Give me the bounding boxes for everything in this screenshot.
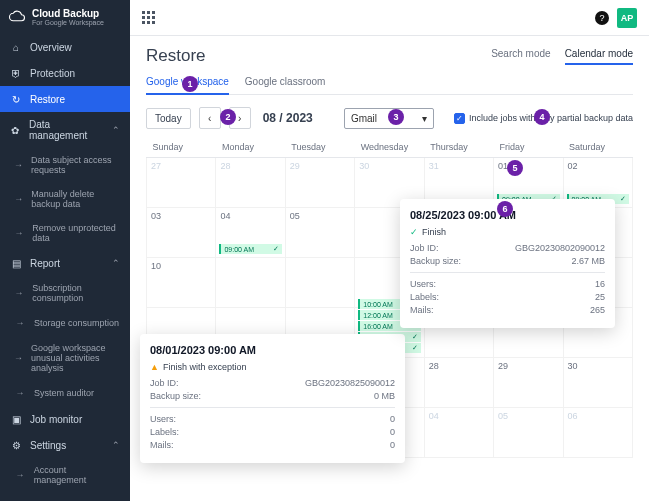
arrow-right-icon: → [14, 159, 23, 171]
annotation-3: 3 [388, 109, 404, 125]
brand-title: Cloud Backup [32, 8, 99, 19]
kv-row: Users:0 [150, 414, 395, 424]
partial-checkbox-label: Include jobs with only partial backup da… [469, 113, 633, 123]
sidebar-subitem[interactable]: →Subscription consumption [0, 276, 130, 310]
calendar-cell[interactable]: 0409:00 AM✓ [216, 208, 285, 258]
calendar-cell[interactable]: 03 [147, 208, 216, 258]
job-popover-left: 08/01/2023 09:00 AM ▲ Finish with except… [140, 334, 405, 463]
sidebar-subitem[interactable]: →Storage consumption [0, 310, 130, 336]
partial-checkbox[interactable]: ✓ [454, 113, 465, 124]
job-chip[interactable]: 09:00 AM✓ [219, 244, 281, 254]
gear-icon: ✿ [10, 124, 21, 136]
popover-status: Finish [422, 227, 446, 237]
sidebar-item-restore[interactable]: ↻Restore [0, 86, 130, 112]
arrow-right-icon: → [14, 287, 24, 299]
sidebar-subitem[interactable]: →System auditor [0, 380, 130, 406]
kv-row: Labels:0 [150, 427, 395, 437]
calendar-cell[interactable]: 27 [147, 158, 216, 208]
calendar-cell[interactable] [285, 258, 354, 308]
sidebar-item-label: Protection [30, 68, 75, 79]
brand-subtitle: For Google Workspace [32, 19, 104, 26]
annotation-4: 4 [534, 109, 550, 125]
home-icon: ⌂ [10, 41, 22, 53]
svg-rect-5 [152, 16, 155, 19]
sidebar-item-label: Settings [30, 440, 66, 451]
calendar-cell[interactable] [216, 258, 285, 308]
sidebar-item-label: Manually delete backup data [31, 189, 120, 209]
apps-icon[interactable] [142, 11, 156, 25]
kv-row: Backup size:2.67 MB [410, 256, 605, 266]
prev-month-button[interactable]: ‹ [199, 107, 221, 129]
sidebar-item-label: Subscription consumption [32, 283, 120, 303]
calendar-cell[interactable]: 04 [424, 408, 493, 458]
popover-status: Finish with exception [163, 362, 247, 372]
sidebar-item-label: Restore [30, 94, 65, 105]
mode-calendar[interactable]: Calendar mode [565, 48, 633, 65]
annotation-1: 1 [182, 76, 198, 92]
mode-search[interactable]: Search mode [491, 48, 550, 65]
day-header: Sunday [147, 137, 216, 158]
calendar-cell[interactable]: 05 [494, 408, 563, 458]
kv-row: Mails:0 [150, 440, 395, 450]
sidebar-subitem[interactable]: →Manually delete backup data [0, 182, 130, 216]
cloud-icon [8, 10, 26, 24]
chevron-up-icon: ⌃ [112, 125, 120, 135]
sidebar-item-protection[interactable]: ⛨Protection [0, 60, 130, 86]
arrow-right-icon: → [14, 227, 24, 239]
calendar-cell[interactable]: 29 [285, 158, 354, 208]
job-popover-right: 08/25/2023 09:00 AM ✓ Finish Job ID:GBG2… [400, 199, 615, 328]
calendar-cell[interactable]: 10 [147, 258, 216, 308]
sidebar-subitem[interactable]: →Google workspace unusual activities ana… [0, 336, 130, 380]
sidebar-item-label: System auditor [34, 388, 94, 398]
calendar-cell[interactable]: 28 [216, 158, 285, 208]
check-icon: ✓ [273, 245, 279, 253]
sidebar-item-job-monitor[interactable]: ▣Job monitor [0, 406, 130, 432]
sidebar-item-label: Data management [29, 119, 104, 141]
check-icon: ✓ [620, 195, 626, 203]
sidebar-item-data-management[interactable]: ✿Data management⌃ [0, 112, 130, 148]
sidebar-subitem[interactable]: →Account management [0, 458, 130, 492]
logo: Cloud Backup For Google Workspace [0, 0, 130, 34]
sidebar-item-settings[interactable]: ⚙Settings⌃ [0, 432, 130, 458]
calendar-cell[interactable]: 06 [563, 408, 632, 458]
avatar[interactable]: AP [617, 8, 637, 28]
chevron-up-icon: ⌃ [112, 258, 120, 268]
main: ? AP Restore Search mode Calendar mode G… [130, 0, 649, 501]
arrow-right-icon: → [14, 387, 26, 399]
content: Restore Search mode Calendar mode Google… [130, 36, 649, 501]
tab-google-classroom[interactable]: Google classroom [245, 70, 326, 94]
sidebar-item-label: Report [30, 258, 60, 269]
arrow-right-icon: → [14, 352, 23, 364]
help-icon[interactable]: ? [595, 11, 609, 25]
sidebar-subitem[interactable]: →Data subject access requests [0, 148, 130, 182]
sidebar-item-label: Overview [30, 42, 72, 53]
svg-rect-4 [147, 16, 150, 19]
kv-row: Job ID:GBG20230825090012 [150, 378, 395, 388]
sidebar-item-label: Account management [34, 465, 120, 485]
arrow-right-icon: → [14, 317, 26, 329]
settings-icon: ⚙ [10, 439, 22, 451]
today-button[interactable]: Today [146, 108, 191, 129]
monitor-icon: ▣ [10, 413, 22, 425]
restore-icon: ↻ [10, 93, 22, 105]
warning-icon: ▲ [150, 362, 159, 372]
sidebar-item-report[interactable]: ▤Report⌃ [0, 250, 130, 276]
annotation-6: 6 [497, 201, 513, 217]
day-header: Monday [216, 137, 285, 158]
sidebar-subitem[interactable]: →Remove unprotected data [0, 216, 130, 250]
sidebar-item-label: Data subject access requests [31, 155, 120, 175]
calendar-cell[interactable]: 30 [563, 358, 632, 408]
calendar-cell[interactable]: 05 [285, 208, 354, 258]
sidebar-subitem[interactable]: →General [0, 492, 130, 501]
sidebar-item-overview[interactable]: ⌂Overview [0, 34, 130, 60]
day-header: Friday [494, 137, 563, 158]
kv-row: Labels:25 [410, 292, 605, 302]
svg-rect-2 [152, 11, 155, 14]
check-icon: ✓ [412, 344, 418, 352]
day-header: Saturday [563, 137, 632, 158]
calendar-cell[interactable]: 29 [494, 358, 563, 408]
chevron-down-icon: ▾ [422, 113, 427, 124]
svg-rect-3 [142, 16, 145, 19]
calendar-cell[interactable]: 28 [424, 358, 493, 408]
sidebar-item-label: Google workspace unusual activities anal… [31, 343, 120, 373]
